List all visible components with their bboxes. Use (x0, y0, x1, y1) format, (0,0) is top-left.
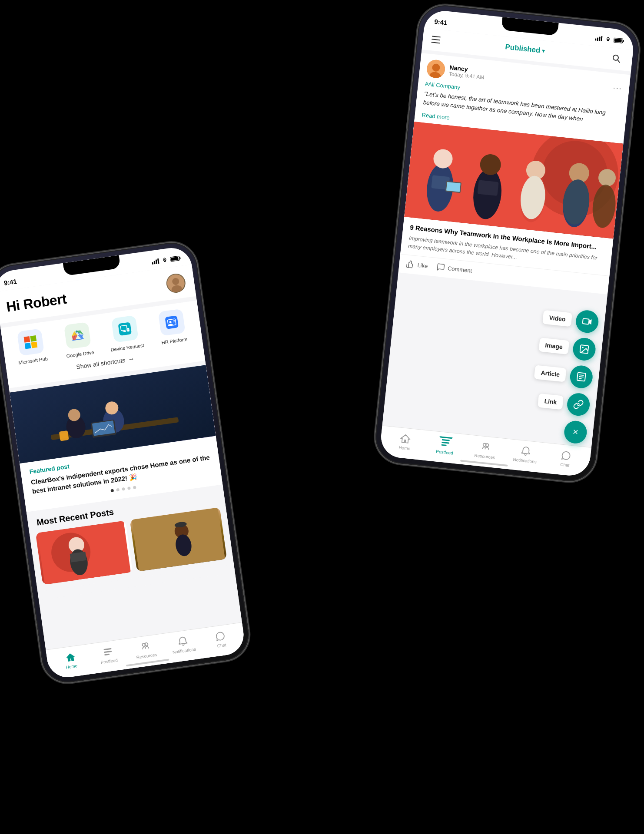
nav-notifications-label-left: Notifications (172, 646, 196, 654)
svg-rect-68 (446, 182, 461, 192)
shortcut-hr-icon (158, 308, 186, 336)
shortcut-hr[interactable]: HR Platform (149, 307, 196, 347)
nav-resources-left[interactable]: Resources (126, 638, 166, 661)
home-icon-left (64, 651, 76, 663)
nav-home-right[interactable]: Home (384, 431, 426, 452)
nav-postfeed-right[interactable]: Postfeed (424, 435, 466, 456)
svg-rect-32 (59, 430, 69, 441)
nav-notifications-left[interactable]: Notifications (163, 633, 203, 655)
svg-line-17 (123, 331, 126, 332)
shortcut-device[interactable]: Device Request (102, 314, 149, 354)
fab-video-icon (581, 316, 593, 327)
search-button[interactable] (609, 51, 624, 66)
svg-line-22 (173, 321, 176, 321)
svg-rect-15 (120, 325, 127, 331)
nav-notifications-right[interactable]: Notifications (505, 443, 546, 465)
svg-rect-1 (154, 261, 156, 265)
svg-rect-0 (152, 262, 154, 265)
power-btn-right (629, 116, 634, 147)
phone-left-screen: 9:41 (0, 245, 246, 680)
like-label: Like (417, 261, 428, 269)
svg-rect-49 (595, 39, 597, 41)
fab-link-btn[interactable] (566, 392, 591, 417)
nav-resources-label-right: Resources (474, 453, 495, 460)
battery-icon-left (170, 255, 181, 262)
fab-link-item: Link (537, 389, 591, 417)
resources-icon-right (479, 441, 492, 453)
power-btn-left (205, 321, 210, 347)
comment-icon (436, 262, 445, 272)
phone-left: 9:41 (0, 239, 252, 685)
fab-image-btn[interactable] (572, 337, 597, 361)
comment-label: Comment (447, 265, 472, 274)
comment-btn[interactable]: Comment (436, 262, 472, 275)
fab-article-label: Article (534, 365, 567, 382)
user-avatar[interactable] (165, 272, 187, 294)
fab-image-item: Image (538, 333, 597, 361)
time-left: 9:41 (3, 277, 17, 286)
fab-video-btn[interactable] (575, 309, 600, 334)
right-scrollable: Published ▾ (382, 28, 634, 447)
svg-rect-80 (583, 318, 589, 324)
nav-postfeed-left[interactable]: Postfeed (88, 644, 128, 666)
notifications-icon-right (520, 445, 532, 457)
carousel-dot-3 (122, 487, 125, 491)
shortcut-gdrive[interactable]: Google Drive (54, 321, 102, 360)
header-title-chevron: ▾ (542, 48, 545, 54)
svg-line-85 (579, 375, 584, 375)
nav-chat-right[interactable]: Chat (544, 448, 586, 469)
carousel-dot-2 (116, 488, 120, 492)
shortcut-device-icon (111, 315, 138, 343)
nav-home-left[interactable]: Home (51, 649, 91, 672)
volume-down-btn (0, 365, 3, 381)
show-shortcuts-text: Show all shortcuts (76, 357, 126, 371)
fab-image-icon (578, 344, 590, 355)
svg-line-23 (173, 322, 175, 322)
left-phone-content: Hi Robert (0, 264, 246, 680)
fab-article-item: Article (534, 361, 594, 389)
chat-icon-left (214, 629, 227, 642)
postfeed-icon-left (101, 645, 114, 658)
fab-close-btn[interactable]: × (563, 420, 588, 444)
svg-point-48 (145, 642, 148, 646)
signal-icon-left (152, 258, 160, 265)
shortcut-gdrive-icon (64, 322, 91, 349)
svg-rect-90 (442, 444, 447, 446)
ms-logo (23, 335, 37, 349)
fab-article-icon (576, 371, 587, 382)
fab-link-icon (573, 399, 584, 410)
status-icons-right (595, 36, 625, 44)
svg-point-21 (169, 321, 172, 324)
resources-icon-left (139, 640, 152, 653)
more-options-btn[interactable]: ··· (613, 83, 623, 93)
svg-rect-50 (597, 38, 598, 41)
svg-line-57 (617, 60, 620, 63)
svg-rect-71 (478, 180, 499, 196)
hamburger-menu[interactable] (431, 36, 441, 43)
svg-rect-6 (171, 257, 179, 261)
svg-rect-18 (127, 328, 129, 332)
status-icons-left (152, 255, 182, 265)
shortcut-microsoft[interactable]: Microsoft Hub (7, 327, 55, 367)
svg-rect-44 (103, 648, 111, 650)
nav-resources-right[interactable]: Resources (465, 439, 506, 460)
phone-right-screen: 9:41 (379, 9, 635, 478)
chat-icon-right (560, 449, 572, 462)
nav-chat-left[interactable]: Chat (201, 628, 241, 650)
battery-icon-right (614, 37, 625, 44)
carousel-dot-5 (133, 486, 136, 490)
fab-video-label: Video (542, 310, 572, 327)
carousel-dot-1 (110, 489, 114, 493)
svg-rect-51 (599, 37, 601, 41)
post-card-right: Nancy Today, 9:41 AM ··· #All Company "L… (398, 53, 631, 295)
volume-up-btn-right (408, 89, 412, 106)
svg-point-83 (582, 347, 584, 348)
notifications-icon-left (176, 635, 189, 648)
hr-icon-inner (165, 315, 179, 329)
like-btn[interactable]: Like (406, 259, 428, 270)
home-icon-right (399, 432, 412, 445)
header-title: Published ▾ (505, 43, 545, 55)
fab-article-btn[interactable] (569, 364, 594, 389)
phone-right: 9:41 (373, 3, 641, 484)
svg-rect-45 (104, 650, 112, 652)
